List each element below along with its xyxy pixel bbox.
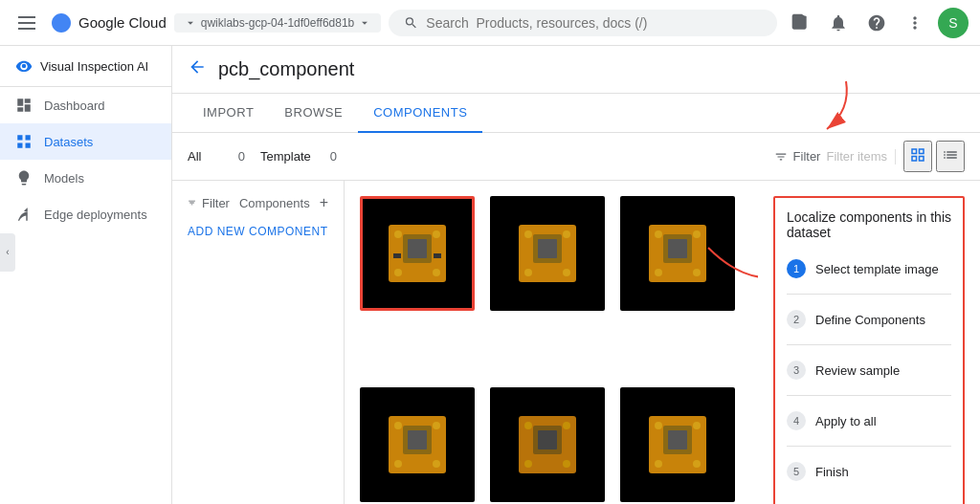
right-panel-title: Localize components in this dataset <box>787 209 951 240</box>
svg-point-25 <box>524 269 532 276</box>
sidebar-item-label: Models <box>44 171 84 186</box>
image-grid <box>345 181 758 504</box>
add-component-button[interactable]: ADD NEW COMPONENT <box>180 217 336 246</box>
svg-point-40 <box>394 422 402 429</box>
step-2-label: Define Components <box>815 313 925 327</box>
search-input[interactable] <box>426 15 762 31</box>
notifications-icon[interactable] <box>823 8 854 38</box>
tab-import[interactable]: IMPORT <box>188 94 269 133</box>
left-panel: Filter Components + ADD NEW COMPONENT <box>172 181 345 504</box>
svg-rect-7 <box>26 143 31 148</box>
svg-point-41 <box>433 422 440 429</box>
right-panel: Localize components in this dataset 1 Se… <box>773 196 965 504</box>
list-view-button[interactable] <box>936 141 965 172</box>
step-4-num: 4 <box>787 411 806 430</box>
apps-icon[interactable] <box>785 8 815 38</box>
image-item-6[interactable] <box>620 387 735 502</box>
filter-icon-small <box>188 196 196 209</box>
tab-browse[interactable]: BROWSE <box>269 94 358 133</box>
collapse-handle[interactable]: ‹ <box>0 233 15 272</box>
step-3-num: 3 <box>787 361 806 380</box>
svg-point-58 <box>655 460 662 468</box>
svg-point-59 <box>693 460 701 468</box>
filter-template[interactable]: Template 0 <box>260 149 337 164</box>
help-icon[interactable] <box>861 8 892 38</box>
grid-area: Filter Components + ADD NEW COMPONENT <box>172 181 980 504</box>
svg-point-14 <box>433 230 440 238</box>
filter-components[interactable]: Filter Components + <box>180 188 336 217</box>
svg-point-43 <box>433 460 440 468</box>
svg-rect-6 <box>17 143 22 148</box>
pcb-image-6 <box>635 406 721 483</box>
brand-label: Google Cloud <box>78 14 167 31</box>
page-title: pcb_component <box>218 58 354 80</box>
svg-point-51 <box>563 460 570 468</box>
filter-control[interactable]: Filter Filter items <box>774 149 887 164</box>
step-3-label: Review sample <box>815 363 900 378</box>
grid-view-button[interactable] <box>903 141 932 172</box>
svg-rect-2 <box>18 28 35 30</box>
image-item-4[interactable] <box>360 387 475 502</box>
svg-point-48 <box>524 422 532 429</box>
more-icon[interactable] <box>900 8 930 38</box>
sidebar-item-dashboard[interactable]: Dashboard <box>0 87 171 123</box>
back-button[interactable] <box>188 57 207 81</box>
svg-point-33 <box>655 269 662 276</box>
filter-all[interactable]: All 0 <box>188 149 245 164</box>
tab-components[interactable]: COMPONENTS <box>358 94 482 133</box>
image-grid-row-2 <box>360 387 743 502</box>
search-bar[interactable] <box>389 10 777 36</box>
svg-point-26 <box>563 269 570 276</box>
svg-rect-39 <box>408 430 427 449</box>
filter-label: Filter <box>793 149 821 164</box>
svg-point-31 <box>655 230 662 238</box>
step-5: 5 Finish <box>787 454 951 489</box>
all-count: 0 <box>238 149 245 164</box>
step-1-label: Select template image <box>815 262 939 276</box>
svg-point-57 <box>693 422 701 429</box>
panel-description: Select a template image to align and com… <box>787 500 951 504</box>
step-3: 3 Review sample <box>787 353 951 387</box>
image-item-3[interactable] <box>620 196 735 311</box>
sidebar-item-label: Datasets <box>44 135 93 149</box>
filter-right: Filter Filter items <box>774 141 965 172</box>
models-icon <box>15 169 33 186</box>
svg-rect-18 <box>434 253 441 258</box>
svg-rect-55 <box>668 430 687 449</box>
filter-placeholder: Filter items <box>826 149 887 164</box>
svg-point-50 <box>524 460 532 468</box>
project-selector[interactable]: qwiklabs-gcp-04-1df0eff6d81b <box>174 13 382 33</box>
svg-rect-12 <box>408 239 427 258</box>
menu-icon[interactable] <box>11 8 42 38</box>
sidebar-item-models[interactable]: Models <box>0 160 171 196</box>
template-label: Template <box>260 149 311 164</box>
sidebar-item-edge-deployments[interactable]: Edge deployments <box>0 196 171 232</box>
content-area: pcb_component IMPORT BROWSE COMPONENTS A… <box>172 46 980 504</box>
step-4-label: Apply to all <box>815 414 877 428</box>
pcb-image-4 <box>374 406 460 483</box>
image-item-2[interactable] <box>490 196 605 311</box>
avatar[interactable]: S <box>938 8 969 38</box>
image-grid-row-1 <box>360 196 743 311</box>
sidebar-item-label: Dashboard <box>44 99 105 113</box>
pcb-image-5 <box>504 406 590 483</box>
add-component-plus[interactable]: + <box>320 194 328 211</box>
filter-left: All 0 Template 0 <box>188 149 337 164</box>
svg-rect-1 <box>18 22 35 24</box>
image-item-5[interactable] <box>490 387 605 502</box>
step-2-num: 2 <box>787 310 806 329</box>
image-item-1[interactable] <box>360 196 475 311</box>
search-icon <box>404 15 418 31</box>
pcb-image-2 <box>504 215 590 292</box>
svg-point-34 <box>693 269 701 276</box>
sidebar-item-datasets[interactable]: Datasets <box>0 123 171 160</box>
components-filter-label: Filter <box>202 196 230 210</box>
topbar-icons: S <box>785 8 969 38</box>
svg-point-56 <box>655 422 662 429</box>
pcb-image-1 <box>374 215 460 292</box>
svg-rect-47 <box>538 430 557 449</box>
step-4: 4 Apply to all <box>787 404 951 438</box>
page-header: pcb_component <box>172 46 980 94</box>
sidebar-item-label: Edge deployments <box>44 208 147 222</box>
filter-bar: All 0 Template 0 Filter Filter items <box>172 133 980 181</box>
